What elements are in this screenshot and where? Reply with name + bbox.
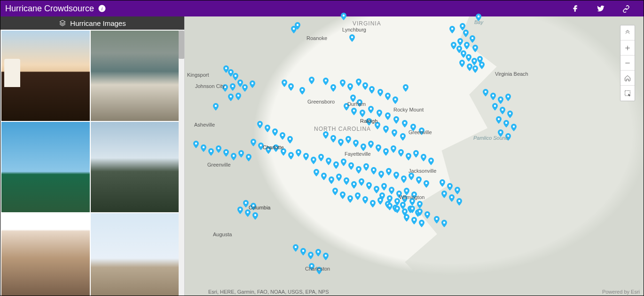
map-pin[interactable]	[400, 133, 406, 141]
map-pin[interactable]	[483, 89, 488, 96]
map-pin[interactable]	[404, 188, 409, 195]
map-pin[interactable]	[344, 103, 349, 111]
map-pin[interactable]	[265, 125, 270, 132]
map-pin[interactable]	[490, 93, 496, 100]
map-pin[interactable]	[333, 161, 339, 169]
home-button[interactable]	[620, 71, 635, 86]
zoom-out-button[interactable]	[620, 56, 635, 71]
map-pin[interactable]	[266, 146, 271, 154]
map-pin[interactable]	[361, 144, 366, 151]
map-pin[interactable]	[507, 111, 513, 118]
map-pin[interactable]	[316, 267, 322, 274]
map-pin[interactable]	[403, 84, 408, 92]
map-pin[interactable]	[409, 206, 415, 213]
map-pin[interactable]	[449, 26, 455, 33]
map-pin[interactable]	[410, 124, 416, 131]
map-pin[interactable]	[300, 248, 306, 256]
map-pin[interactable]	[424, 180, 429, 188]
map-pin[interactable]	[362, 196, 368, 204]
map-pin[interactable]	[470, 35, 475, 43]
map-pin[interactable]	[381, 183, 387, 191]
map-pin[interactable]	[479, 62, 485, 69]
map-pin[interactable]	[222, 84, 228, 92]
map-pin[interactable]	[496, 116, 502, 124]
map-pin[interactable]	[314, 169, 319, 176]
map-pin[interactable]	[347, 83, 353, 91]
map-pin[interactable]	[237, 207, 243, 214]
map-pin[interactable]	[323, 131, 329, 139]
map-pin[interactable]	[288, 152, 294, 160]
map-pin[interactable]	[370, 200, 376, 208]
map-pin[interactable]	[362, 82, 368, 90]
map-pin[interactable]	[344, 177, 349, 185]
map-pin[interactable]	[402, 120, 408, 128]
map-pin[interactable]	[374, 186, 379, 193]
map-pin[interactable]	[216, 145, 221, 153]
scrollbar-thumb[interactable]	[179, 31, 184, 59]
map-pin[interactable]	[416, 176, 422, 184]
map-pin[interactable]	[355, 192, 361, 200]
map-pin[interactable]	[398, 149, 404, 157]
map-pin[interactable]	[231, 153, 236, 160]
map-pin[interactable]	[393, 116, 399, 124]
map-pin[interactable]	[330, 135, 336, 143]
map-pin[interactable]	[356, 166, 361, 174]
gallery-scrollbar[interactable]	[179, 30, 184, 296]
map-pin[interactable]	[368, 106, 374, 113]
gallery-thumbnail[interactable]	[1, 122, 90, 212]
map-pin[interactable]	[369, 86, 375, 94]
map-pin[interactable]	[463, 30, 469, 37]
map-pin[interactable]	[371, 167, 377, 175]
gallery-thumbnail[interactable]	[91, 122, 179, 212]
map-pin[interactable]	[411, 217, 417, 224]
map-pin[interactable]	[251, 203, 256, 210]
map-pin[interactable]	[315, 249, 321, 256]
map-pin[interactable]	[330, 84, 336, 92]
map-pin[interactable]	[293, 244, 298, 252]
map-pin[interactable]	[500, 107, 505, 114]
map-pin[interactable]	[272, 128, 278, 136]
map-pin[interactable]	[332, 188, 338, 195]
map-pin[interactable]	[341, 13, 346, 20]
map-pin[interactable]	[252, 212, 258, 220]
map-pin[interactable]	[434, 216, 440, 224]
map-pin[interactable]	[467, 64, 472, 71]
map-pin[interactable]	[503, 120, 509, 128]
map-pin[interactable]	[356, 79, 361, 86]
map-pin[interactable]	[378, 171, 384, 178]
map-pin[interactable]	[440, 179, 445, 187]
map-pin[interactable]	[245, 209, 251, 217]
map-pin[interactable]	[323, 253, 329, 260]
map-pin[interactable]	[394, 206, 400, 213]
default-extent-button[interactable]	[620, 25, 635, 40]
share-twitter-button[interactable]	[588, 0, 613, 16]
map-pin[interactable]	[228, 94, 234, 101]
map-pin[interactable]	[383, 126, 389, 133]
map-pin[interactable]	[350, 95, 356, 102]
map-pin[interactable]	[230, 83, 236, 91]
map-pin[interactable]	[457, 38, 463, 46]
map-pin[interactable]	[309, 263, 314, 271]
map-pin[interactable]	[299, 87, 305, 95]
map-pin[interactable]	[357, 99, 362, 107]
map-pin[interactable]	[223, 149, 229, 157]
map-pin[interactable]	[404, 214, 409, 222]
map-pin[interactable]	[360, 110, 365, 117]
map[interactable]: VIRGINIALynchburgBayRoanokeVirginia Beac…	[185, 16, 644, 296]
map-pin[interactable]	[243, 200, 249, 208]
map-pin[interactable]	[451, 42, 456, 49]
map-pin[interactable]	[309, 77, 314, 84]
select-button[interactable]	[620, 86, 635, 101]
powered-by[interactable]: Powered by Esri	[602, 289, 640, 295]
map-pin[interactable]	[385, 93, 391, 100]
map-pin[interactable]	[464, 42, 470, 49]
map-pin[interactable]	[428, 158, 434, 165]
map-pin[interactable]	[347, 195, 353, 203]
map-pin[interactable]	[326, 158, 331, 165]
map-pin[interactable]	[287, 136, 293, 144]
map-pin[interactable]	[389, 187, 394, 194]
map-pin[interactable]	[375, 122, 380, 129]
map-pin[interactable]	[406, 153, 411, 160]
map-pin[interactable]	[323, 78, 329, 85]
map-pin[interactable]	[341, 159, 346, 166]
